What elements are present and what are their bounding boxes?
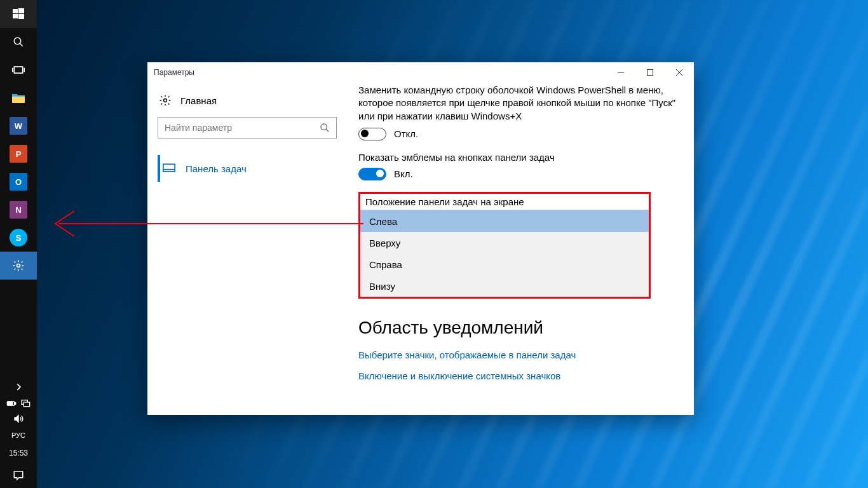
folder-icon — [11, 92, 25, 104]
search-button[interactable] — [0, 28, 37, 56]
svg-rect-6 — [14, 67, 22, 73]
svg-point-4 — [14, 37, 21, 44]
svg-rect-1 — [18, 8, 24, 13]
onenote-icon: N — [10, 201, 27, 219]
search-icon — [13, 36, 24, 48]
settings-nav-pane: Главная Панель задач — [147, 83, 351, 415]
svg-rect-2 — [13, 14, 18, 18]
search-icon — [320, 123, 330, 133]
gear-icon — [159, 94, 172, 107]
gear-icon — [12, 259, 25, 272]
svg-line-5 — [20, 43, 23, 46]
settings-window: Параметры Главная — [147, 62, 694, 415]
link-select-icons[interactable]: Выберите значки, отображаемые в панели з… — [358, 349, 676, 360]
nav-home[interactable]: Главная — [158, 89, 337, 117]
taskbar-app-explorer[interactable] — [0, 84, 37, 112]
svg-marker-15 — [15, 416, 18, 423]
task-view-icon — [12, 65, 25, 75]
close-button[interactable] — [665, 62, 694, 83]
language-indicator[interactable]: РУС — [11, 427, 25, 444]
start-button[interactable] — [0, 0, 37, 28]
link-system-icons[interactable]: Включение и выключение системных значков — [358, 370, 676, 381]
svg-rect-14 — [24, 402, 29, 407]
taskbar-position-label: Положение панели задач на экране — [360, 194, 649, 210]
svg-point-9 — [17, 264, 20, 268]
chevron-right-icon — [14, 383, 23, 391]
toggle-badges[interactable] — [358, 168, 386, 180]
nav-item-taskbar-label: Панель задач — [186, 163, 247, 174]
taskbar-icon — [163, 163, 175, 173]
minimize-button[interactable] — [606, 62, 635, 83]
minimize-icon — [618, 69, 624, 76]
taskbar-app-powerpoint[interactable]: P — [0, 140, 37, 168]
toggle-powershell[interactable] — [358, 128, 386, 140]
maximize-button[interactable] — [635, 62, 665, 83]
toggle-powershell-state: Откл. — [394, 128, 418, 139]
clock[interactable]: 15:53 — [9, 444, 28, 463]
taskbar: W P O N S РУС — [0, 0, 37, 488]
position-option-right[interactable]: Справа — [360, 254, 649, 275]
svg-point-20 — [164, 99, 167, 102]
network-icon[interactable] — [20, 398, 31, 409]
word-icon: W — [10, 117, 27, 135]
close-icon — [676, 69, 682, 76]
action-center-button[interactable] — [0, 463, 37, 488]
nav-home-label: Главная — [180, 95, 217, 106]
taskbar-position-group: Положение панели задач на экране Слева В… — [358, 192, 651, 299]
position-option-top[interactable]: Вверху — [360, 232, 649, 254]
titlebar[interactable]: Параметры — [147, 62, 694, 83]
section-notification-area: Область уведомлений — [358, 318, 676, 338]
svg-rect-11 — [15, 403, 15, 405]
tray-row-2 — [0, 412, 37, 426]
svg-rect-12 — [8, 402, 13, 405]
settings-content: Заменить командную строку оболочкой Wind… — [351, 83, 694, 415]
maximize-icon — [647, 69, 653, 76]
task-view-button[interactable] — [0, 56, 37, 84]
svg-rect-23 — [163, 164, 175, 172]
outlook-icon: O — [10, 173, 27, 191]
svg-rect-0 — [13, 9, 18, 13]
setting-powershell-desc: Заменить командную строку оболочкой Wind… — [358, 84, 676, 123]
search-input[interactable] — [165, 123, 320, 133]
windows-logo-icon — [13, 8, 24, 20]
battery-icon[interactable] — [6, 398, 17, 409]
powerpoint-icon: P — [10, 145, 27, 163]
taskbar-app-word[interactable]: W — [0, 112, 37, 140]
setting-badges-desc: Показать эмблемы на кнопках панели задач — [358, 152, 676, 163]
settings-search[interactable] — [158, 117, 337, 139]
tray-row-1 — [0, 396, 37, 410]
tray-overflow[interactable] — [0, 377, 37, 396]
taskbar-app-onenote[interactable]: N — [0, 196, 37, 224]
taskbar-app-outlook[interactable]: O — [0, 168, 37, 196]
position-option-left[interactable]: Слева — [360, 210, 649, 232]
position-option-bottom[interactable]: Внизу — [360, 275, 649, 297]
taskbar-app-settings[interactable] — [0, 252, 37, 280]
svg-point-21 — [321, 124, 327, 130]
skype-icon: S — [10, 229, 27, 247]
svg-rect-3 — [18, 14, 24, 19]
taskbar-position-dropdown[interactable]: Слева Вверху Справа Внизу — [360, 210, 649, 297]
toggle-badges-state: Вкл. — [394, 168, 413, 179]
window-title: Параметры — [154, 68, 194, 77]
svg-rect-17 — [648, 70, 653, 76]
svg-line-22 — [326, 129, 329, 132]
action-center-icon — [13, 470, 24, 481]
volume-icon[interactable] — [13, 414, 24, 424]
nav-item-taskbar[interactable]: Панель задач — [158, 155, 337, 182]
taskbar-app-skype[interactable]: S — [0, 224, 37, 252]
